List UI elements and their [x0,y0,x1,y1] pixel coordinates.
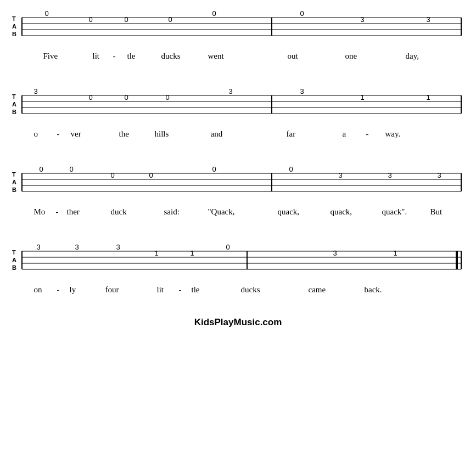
lyric-word: and [211,129,223,139]
svg-text:3: 3 [426,15,430,24]
lyrics-1: Five lit - tle ducks went out one day, [13,52,463,67]
svg-text:T: T [12,249,16,256]
lyric-word: came [309,285,326,295]
svg-text:B: B [12,109,16,115]
svg-text:0: 0 [212,9,216,18]
lyric-word: hills [155,129,169,139]
svg-text:0: 0 [300,9,304,18]
svg-text:T: T [12,171,16,178]
lyric-word: tle [127,52,136,61]
lyric-word: - [113,52,116,61]
svg-text:0: 0 [88,15,92,24]
lyric-word: duck [111,207,127,217]
svg-text:0: 0 [226,243,229,251]
svg-text:A: A [12,23,16,30]
svg-text:0: 0 [289,165,293,173]
svg-text:3: 3 [116,243,120,251]
svg-text:3: 3 [333,249,337,257]
lyric-word: went [208,52,224,61]
lyric-word: But [430,207,443,217]
svg-text:0: 0 [39,165,43,173]
svg-text:1: 1 [426,93,430,101]
lyric-word: ducks [241,285,260,295]
section-2: T A B 3 0 0 0 3 3 1 1 o - ver [11,83,465,145]
svg-text:1: 1 [360,93,364,101]
lyrics-3: Mo - ther duck said: "Quack, quack, quac… [13,207,463,223]
svg-text:B: B [12,186,16,193]
lyric-word: - [179,285,182,295]
lyric-word: the [119,129,129,139]
lyric-word: quack". [382,207,407,217]
lyric-word: back. [365,285,382,295]
svg-text:3: 3 [360,15,364,24]
lyric-word: ver [71,129,81,139]
svg-text:T: T [12,93,16,100]
lyric-word: quack, [331,207,352,217]
svg-text:3: 3 [300,87,304,95]
lyric-word: - [366,129,369,139]
lyric-word: ducks [161,52,181,61]
lyric-word: ly [70,285,76,295]
svg-text:3: 3 [36,243,40,251]
svg-text:0: 0 [69,165,73,173]
lyric-word: quack, [278,207,300,217]
lyric-word: far [287,129,296,139]
svg-text:0: 0 [88,93,92,101]
footer: KidsPlayMusic.com [11,317,465,328]
lyric-word: o [34,129,38,139]
svg-text:0: 0 [212,165,216,173]
lyrics-4: on - ly four lit - tle ducks came back. [13,285,463,301]
lyric-word: - [57,129,60,139]
tab-staff-2: T A B 3 0 0 0 3 3 1 1 [11,83,461,127]
section-4: T A B 3 3 3 1 1 0 3 1 on - ly four lit -… [11,239,465,301]
lyric-word: said: [164,207,180,217]
tab-staff-1: T A B 0 0 0 0 0 0 3 [11,5,461,49]
svg-text:0: 0 [124,15,128,24]
svg-text:0: 0 [110,171,114,179]
lyric-word: "Quack, [208,207,235,217]
tab-staff-4: T A B 3 3 3 1 1 0 3 1 [11,239,461,283]
svg-text:0: 0 [124,93,128,101]
svg-text:A: A [12,179,16,185]
svg-text:0: 0 [168,15,172,24]
lyric-word: lit [93,52,100,61]
svg-text:0: 0 [44,9,48,18]
svg-text:A: A [12,257,16,263]
lyric-word: ther [67,207,80,217]
svg-text:3: 3 [33,87,37,95]
lyric-word: day, [406,52,419,61]
lyric-word: four [105,285,119,295]
svg-text:3: 3 [228,87,232,95]
lyric-word: Five [43,52,58,61]
svg-text:1: 1 [393,249,397,257]
website-text: KidsPlayMusic.com [194,317,282,327]
tab-staff-3: T A B 0 0 0 0 0 0 3 3 3 [11,161,461,205]
lyric-word: one [345,52,357,61]
lyric-word: way. [385,129,401,139]
svg-text:0: 0 [149,171,153,179]
svg-text:B: B [12,264,16,271]
lyric-word: - [57,285,60,295]
svg-text:B: B [12,31,16,37]
lyric-word: tle [192,285,200,295]
section-3: T A B 0 0 0 0 0 0 3 3 3 Mo - ther duck s… [11,161,465,223]
lyric-word: - [56,207,59,217]
svg-text:0: 0 [165,93,169,101]
svg-text:1: 1 [190,249,194,257]
svg-text:T: T [12,15,16,22]
section-1: T A B 0 0 0 0 0 0 3 [11,5,465,67]
svg-text:A: A [12,101,16,107]
svg-text:3: 3 [338,171,342,179]
lyric-word: on [34,285,42,295]
svg-text:3: 3 [75,243,79,251]
lyrics-2: o - ver the hills and far a - way. [13,129,463,145]
lyric-word: a [343,129,346,139]
svg-text:3: 3 [437,171,441,179]
lyric-word: Mo [34,207,46,217]
svg-text:1: 1 [154,249,158,257]
svg-text:3: 3 [388,171,391,179]
lyric-word: lit [157,285,164,295]
lyric-word: out [288,52,298,61]
